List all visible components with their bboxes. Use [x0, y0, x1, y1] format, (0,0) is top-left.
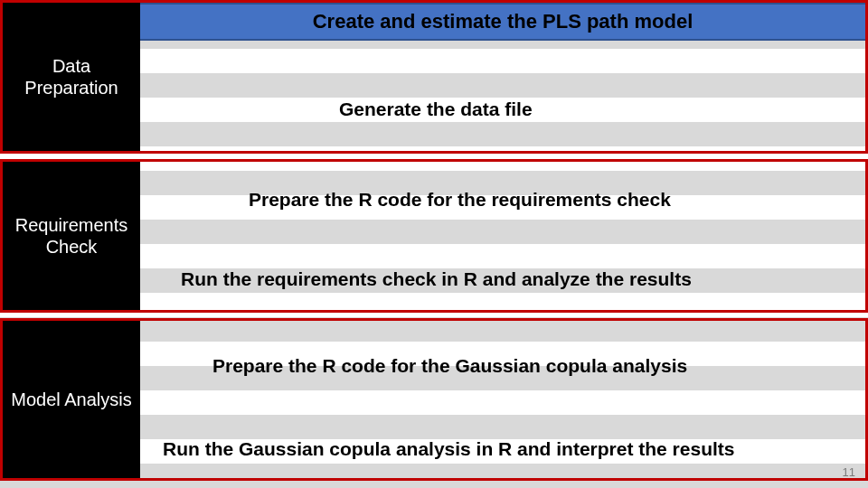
section-label-data-preparation: Data Preparation — [3, 3, 140, 151]
section-label-requirements-check: Requirements Check — [3, 162, 140, 310]
step-generate-data-file: Generate the data file — [339, 99, 533, 120]
step-prepare-r-code-requirements: Prepare the R code for the requirements … — [249, 189, 671, 211]
step-prepare-r-code-gaussian: Prepare the R code for the Gaussian copu… — [212, 355, 687, 377]
section-content-requirements-check: Prepare the R code for the requirements … — [140, 162, 865, 310]
banner-pls-path-model: Create and estimate the PLS path model — [140, 3, 865, 41]
section-content-model-analysis: Prepare the R code for the Gaussian copu… — [140, 321, 865, 478]
section-label-model-analysis: Model Analysis — [3, 321, 140, 478]
step-run-gaussian-copula: Run the Gaussian copula analysis in R an… — [163, 438, 734, 460]
page-number: 11 — [843, 465, 855, 479]
section-data-preparation: Data Preparation Create and estimate the… — [0, 0, 868, 154]
section-requirements-check: Requirements Check Prepare the R code fo… — [0, 159, 868, 313]
section-model-analysis: Model Analysis Prepare the R code for th… — [0, 318, 868, 481]
section-content-data-preparation: Create and estimate the PLS path model G… — [140, 3, 865, 151]
step-run-requirements-check: Run the requirements check in R and anal… — [181, 268, 692, 290]
sections-container: Data Preparation Create and estimate the… — [0, 0, 868, 488]
